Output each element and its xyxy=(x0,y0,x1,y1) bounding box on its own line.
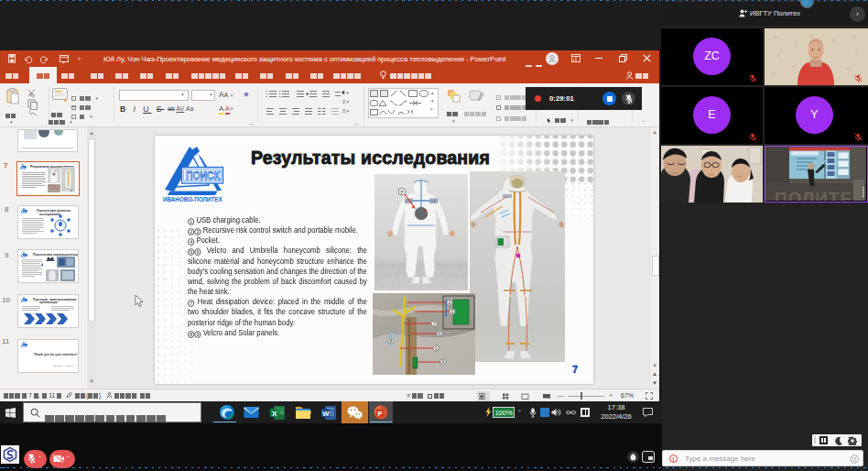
svg-text:организации: организации xyxy=(39,301,58,304)
svg-text:ПОИСК: ПОИСК xyxy=(186,170,221,182)
svg-text:Thank you for your attention!: Thank you for your attention! xyxy=(34,353,77,356)
svg-text:7: 7 xyxy=(71,190,72,193)
svg-text:исследований: исследований xyxy=(39,213,60,216)
svg-text:W: W xyxy=(322,409,330,417)
svg-text:X: X xyxy=(272,409,277,417)
svg-text:P: P xyxy=(378,410,383,418)
svg-text:ПОЛИТЕ: ПОЛИТЕ xyxy=(775,189,852,201)
svg-text:Перспективы коммерциализации: Перспективы коммерциализации xyxy=(33,253,78,257)
